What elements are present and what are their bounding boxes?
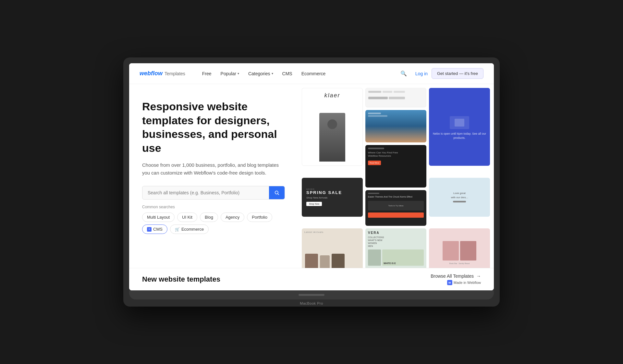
made-in-webflow-badge: W Made in Webflow [447,280,481,285]
spring-sale-button: Shop Now [306,202,322,206]
search-button[interactable] [269,186,285,199]
nav-link-categories[interactable]: Categories ▾ [244,69,277,78]
search-bar [142,186,285,200]
vera-menu: COLLECTIONS WHAT'S NEW WOMEN MEN [368,236,424,248]
macbook-model-label: MacBook Pro [129,299,494,307]
arrow-right-icon: → [476,273,481,279]
nav-link-free[interactable]: Free [198,69,215,78]
nav-link-popular[interactable]: Popular ▾ [217,69,243,78]
nav-logo[interactable]: webflow Templates [140,70,185,77]
macbook-chin-notch [299,294,324,296]
main-content: Responsive website templates for designe… [129,84,494,290]
cart-icon: 🛒 [175,227,180,232]
template-card-nebo[interactable]: Nebo is open until 6pm today. See all ou… [429,88,490,166]
nav-links: Free Popular ▾ Categories ▾ CMS Ecommerc… [198,68,409,79]
template-card-spring-sale[interactable]: HAVEN SPRING SALE Shop New Arrivals Shop… [302,178,363,217]
svg-line-1 [278,194,279,195]
macbook-chin [129,290,494,299]
chevron-down-icon: ▾ [272,72,273,75]
template-card-bridge[interactable] [365,110,426,142]
nebo-text: Nebo is open until 6pm today. See all ou… [433,132,486,140]
tag-blog[interactable]: Blog [200,212,218,222]
vera-title: VERA [368,231,424,235]
get-started-button[interactable]: Get started — it's free [432,68,483,79]
svg-point-0 [275,191,278,194]
screen: webflow Templates Free Popular ▾ Categor… [129,63,494,290]
tag-cms[interactable]: ≡ CMS [142,224,167,234]
template-card-blog-tech[interactable]: Easier Themes And The Chuck Norris Effec… [365,190,426,226]
tag-portfolio[interactable]: Portfolio [247,212,272,222]
tag-ui-kit[interactable]: UI Kit [177,212,197,222]
cms-icon: ≡ [147,227,152,232]
hero-section: Responsive website templates for designe… [129,84,298,290]
col2-templates: Where Can You Find FreeWebflow Resources… [365,88,426,226]
nav-actions: Log in Get started — it's free [415,68,483,79]
macbook-frame: webflow Templates Free Popular ▾ Categor… [123,57,500,307]
template-card-resource[interactable]: Where Can You Find FreeWebflow Resources… [365,145,426,188]
template-card-lady-blue[interactable]: Look great with our dres... [429,178,490,217]
tag-multi-layout[interactable]: Multi Layout [142,212,175,222]
spring-sale-subtitle: Shop New Arrivals [306,196,327,199]
hero-title: Responsive website templates for designe… [142,100,285,155]
search-input[interactable] [142,186,269,199]
template-card-klaer[interactable]: klaer [302,88,363,166]
search-icon [274,190,279,195]
new-templates-title: New website templates [142,275,220,284]
spring-sale-title: SPRING SALE [306,190,342,195]
tag-ecommerce[interactable]: 🛒 Ecommerce [170,224,209,234]
nav-link-cms[interactable]: CMS [278,69,296,78]
template-card-minimal[interactable] [365,88,426,107]
white-is-text: WHITE IS E [384,262,396,264]
tag-agency[interactable]: Agency [221,212,244,222]
template-preview-grid: klaer [298,84,494,290]
common-searches-label: Common searches [142,205,285,209]
webflow-badge-icon: W [447,280,452,285]
klaer-logo: klaer [324,92,340,99]
browse-all-templates-link[interactable]: Browse All Templates → [431,273,481,279]
hero-subtitle: Choose from over 1,000 business, portfol… [142,161,285,177]
tag-list: Multi Layout UI Kit Blog Agency Portfoli… [142,212,285,234]
login-button[interactable]: Log in [415,71,428,76]
nav-link-ecommerce[interactable]: Ecommerce [298,69,330,78]
bottom-bar: New website templates Browse All Templat… [129,268,494,290]
chevron-down-icon: ▾ [238,72,239,75]
templates-label: Templates [165,71,185,76]
search-icon[interactable]: 🔍 [398,68,409,79]
navbar: webflow Templates Free Popular ▾ Categor… [129,63,494,84]
webflow-wordmark: webflow [140,70,163,77]
